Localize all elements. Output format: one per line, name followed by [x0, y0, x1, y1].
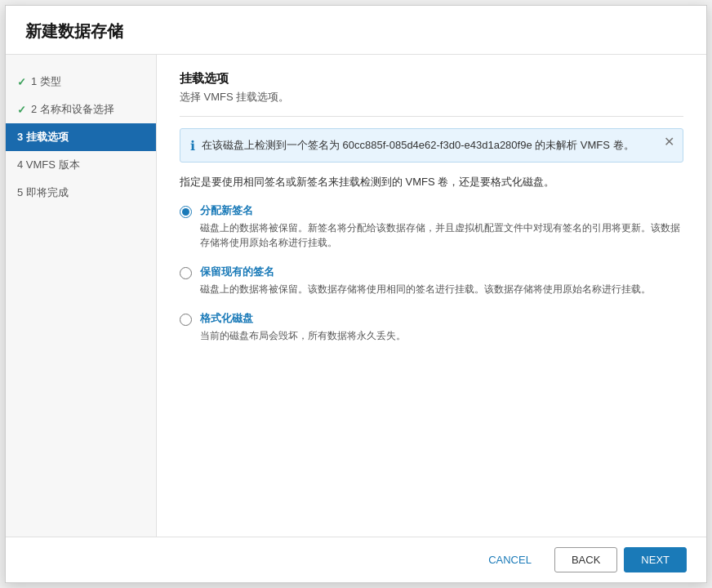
- sidebar-item-mount-options-label: 3 挂载选项: [17, 130, 69, 145]
- description-text: 指定是要使用相同签名或新签名来挂载检测到的 VMFS 卷，还是要格式化磁盘。: [180, 174, 683, 190]
- radio-keep-sig-desc: 磁盘上的数据将被保留。该数据存储将使用相同的签名进行挂载。该数据存储将使用原始名…: [200, 282, 651, 296]
- radio-option-keep-sig: 保留现有的签名 磁盘上的数据将被保留。该数据存储将使用相同的签名进行挂载。该数据…: [180, 265, 683, 296]
- check-icon-type: ✓: [17, 76, 26, 88]
- cancel-button[interactable]: CANCEL: [472, 548, 548, 572]
- back-button[interactable]: BACK: [554, 547, 617, 572]
- section-title: 挂载选项: [180, 71, 683, 87]
- info-icon: ℹ: [190, 138, 195, 154]
- radio-format-disk-desc: 当前的磁盘布局会毁坏，所有数据将永久丢失。: [200, 328, 406, 343]
- desc-text-content: 指定是要使用相同签名或新签名来挂载检测到的 VMFS 卷，还是要格式化磁盘。: [180, 176, 554, 188]
- sidebar-item-finish[interactable]: 5 即将完成: [6, 179, 156, 207]
- radio-assign-new-sig[interactable]: [180, 206, 192, 218]
- radio-format-disk-label[interactable]: 格式化磁盘 当前的磁盘布局会毁坏，所有数据将永久丢失。: [200, 311, 406, 343]
- next-button[interactable]: NEXT: [624, 547, 687, 572]
- main-content: 挂载选项 选择 VMFS 挂载选项。 ℹ 在该磁盘上检测到一个签名为 60cc8…: [157, 55, 706, 537]
- radio-assign-new-sig-title: 分配新签名: [200, 203, 683, 218]
- section-subtitle: 选择 VMFS 挂载选项。: [180, 90, 683, 105]
- sidebar-item-name-device-label: 2 名称和设备选择: [31, 102, 114, 117]
- radio-keep-sig-title: 保留现有的签名: [200, 265, 651, 279]
- info-banner-text: 在该磁盘上检测到一个签名为 60cc885f-085d4e62-f3d0-e43…: [202, 137, 673, 154]
- radio-option-format-disk: 格式化磁盘 当前的磁盘布局会毁坏，所有数据将永久丢失。: [180, 311, 683, 343]
- radio-assign-new-sig-desc: 磁盘上的数据将被保留。新签名将分配给该数据存储，并且虚拟机配置文件中对现有签名的…: [200, 220, 683, 250]
- mount-options-radio-group: 分配新签名 磁盘上的数据将被保留。新签名将分配给该数据存储，并且虚拟机配置文件中…: [180, 203, 683, 343]
- radio-keep-existing-sig[interactable]: [180, 267, 192, 279]
- info-banner: ℹ 在该磁盘上检测到一个签名为 60cc885f-085d4e62-f3d0-e…: [180, 128, 683, 163]
- dialog-body: ✓ 1 类型 ✓ 2 名称和设备选择 3 挂载选项 4 VMFS 版本 5 即将…: [6, 55, 706, 537]
- sidebar-item-vmfs-version-label: 4 VMFS 版本: [17, 158, 80, 172]
- dialog-footer: CANCEL BACK NEXT: [6, 537, 706, 582]
- info-banner-close-button[interactable]: ✕: [664, 136, 674, 149]
- dialog-title: 新建数据存储: [6, 6, 706, 55]
- section-divider: [180, 116, 683, 117]
- radio-keep-existing-sig-label[interactable]: 保留现有的签名 磁盘上的数据将被保留。该数据存储将使用相同的签名进行挂载。该数据…: [200, 265, 651, 296]
- sidebar-item-vmfs-version[interactable]: 4 VMFS 版本: [6, 151, 156, 179]
- sidebar-item-name-device[interactable]: ✓ 2 名称和设备选择: [6, 96, 156, 123]
- radio-format-disk-title: 格式化磁盘: [200, 311, 406, 326]
- sidebar: ✓ 1 类型 ✓ 2 名称和设备选择 3 挂载选项 4 VMFS 版本 5 即将…: [6, 55, 157, 537]
- new-datastore-dialog: 新建数据存储 ✓ 1 类型 ✓ 2 名称和设备选择 3 挂载选项 4 VMFS …: [5, 5, 707, 583]
- sidebar-item-finish-label: 5 即将完成: [17, 185, 69, 200]
- sidebar-item-type-label: 1 类型: [31, 74, 61, 89]
- radio-option-assign-new-sig: 分配新签名 磁盘上的数据将被保留。新签名将分配给该数据存储，并且虚拟机配置文件中…: [180, 203, 683, 250]
- radio-format-disk[interactable]: [180, 314, 192, 326]
- check-icon-name-device: ✓: [17, 104, 26, 116]
- sidebar-item-mount-options[interactable]: 3 挂载选项: [6, 123, 156, 151]
- sidebar-item-type[interactable]: ✓ 1 类型: [6, 68, 156, 96]
- radio-assign-new-sig-label[interactable]: 分配新签名 磁盘上的数据将被保留。新签名将分配给该数据存储，并且虚拟机配置文件中…: [200, 203, 683, 250]
